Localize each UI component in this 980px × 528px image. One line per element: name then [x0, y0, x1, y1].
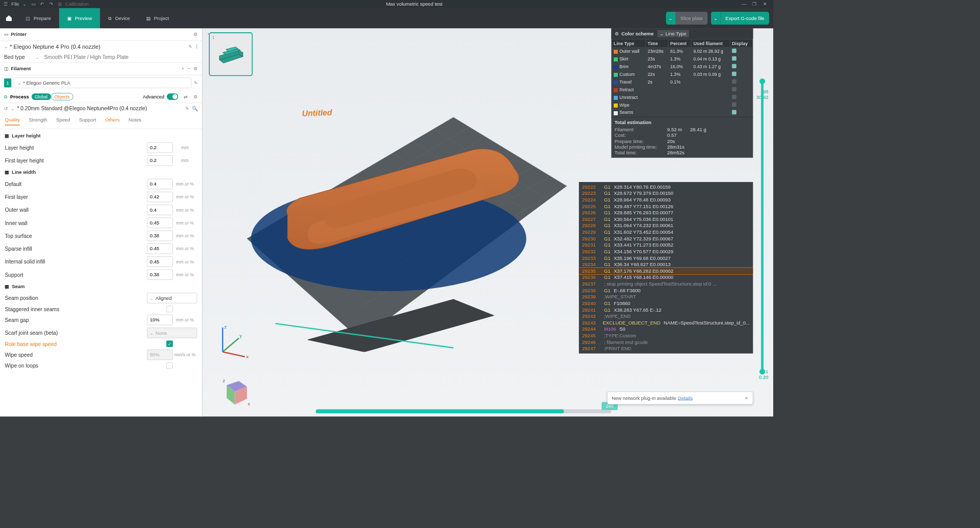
settings-tab-others[interactable]: Others: [105, 117, 120, 126]
legend-row[interactable]: Unretract: [612, 94, 752, 100]
objects-badge[interactable]: Objects: [51, 93, 73, 100]
gcode-line[interactable]: 29230G1 X32.482 Y72.329 E0.00067: [579, 235, 753, 242]
file-menu[interactable]: File: [11, 1, 19, 7]
gcode-line[interactable]: 29229G1 X31.602 Y73.452 E0.00054: [579, 229, 753, 236]
gcode-line[interactable]: 29239;WIPE_START: [579, 294, 753, 300]
edit-icon[interactable]: ✎: [185, 106, 189, 111]
save-icon[interactable]: ▭: [30, 1, 37, 8]
param-input[interactable]: [147, 243, 172, 254]
display-toggle[interactable]: [732, 87, 737, 92]
gcode-line[interactable]: 29242;WIPE_END: [579, 313, 753, 320]
legend-row[interactable]: Retract: [612, 86, 752, 93]
gcode-line[interactable]: 29244M106 S0: [579, 326, 753, 333]
display-toggle[interactable]: [732, 49, 737, 53]
add-icon[interactable]: +: [181, 66, 184, 72]
global-badge[interactable]: Global: [31, 93, 51, 100]
gcode-line[interactable]: 29234G1 X36.34 Y68.827 E0.00013: [579, 261, 753, 268]
edit-icon[interactable]: ✎: [194, 80, 198, 86]
reset-icon[interactable]: ↺: [4, 106, 8, 111]
gcode-line[interactable]: 29227G1 X30.564 Y75.036 E0.00101: [579, 216, 753, 222]
undo-icon[interactable]: ↶: [38, 1, 46, 8]
select[interactable]: ⌄None: [147, 328, 197, 338]
legend-row[interactable]: Brim4m37s16.0%0.43 m 1.27 g: [612, 63, 752, 70]
gcode-line[interactable]: 29245;TYPE:Custom: [579, 333, 753, 339]
home-button[interactable]: [0, 14, 18, 23]
gcode-line[interactable]: 29247;PRINT END: [579, 346, 753, 352]
gcode-line[interactable]: 29231G1 X33.441 Y71.273 E0.00052: [579, 242, 753, 249]
gcode-line[interactable]: 29232G1 X34.156 Y70.577 E0.00029: [579, 248, 753, 255]
param-input[interactable]: [147, 315, 172, 326]
process-preset-select[interactable]: * 0.20mm Standard @Elegoo Neptune4Pro (0…: [17, 106, 183, 112]
settings-tab-support[interactable]: Support: [79, 117, 96, 126]
param-input[interactable]: [147, 192, 172, 202]
gcode-panel[interactable]: 29222G1 X28.314 Y80.76 E0.0015929223G1 X…: [579, 182, 753, 354]
redo-icon[interactable]: ↷: [48, 1, 55, 8]
view-cube[interactable]: z x: [219, 376, 251, 409]
legend-row[interactable]: Skirt23s1.3%0.04 m 0.13 g: [612, 55, 752, 62]
slice-plate-button[interactable]: ⌄Slice plate: [666, 12, 708, 25]
notification-details-link[interactable]: Details: [678, 395, 693, 401]
chevron-down-icon[interactable]: ⌄: [4, 44, 8, 49]
legend-row[interactable]: Travel2s0.1%: [612, 78, 752, 85]
param-input[interactable]: [147, 350, 172, 360]
legend-row[interactable]: Seams: [612, 109, 752, 116]
gcode-line[interactable]: 29228G1 X31.064 Y74.232 E0.00061: [579, 222, 753, 229]
color-scheme-select[interactable]: ⌄ Line Type: [658, 30, 689, 37]
display-toggle[interactable]: [732, 110, 737, 115]
tab-preview[interactable]: ▣Preview: [59, 8, 100, 28]
settings-tab-strength[interactable]: Strength: [29, 117, 47, 126]
legend-row[interactable]: Custom22s1.3%0.03 m 0.09 g: [612, 71, 752, 77]
param-input[interactable]: [147, 231, 172, 241]
settings-tab-speed[interactable]: Speed: [56, 117, 70, 126]
wifi-icon[interactable]: ⧙: [195, 44, 198, 49]
param-input[interactable]: [147, 179, 172, 190]
settings-tab-notes[interactable]: Notes: [128, 117, 141, 126]
filament-color-chip[interactable]: 1: [4, 78, 11, 87]
display-toggle[interactable]: [732, 95, 737, 99]
tab-prepare[interactable]: ◫Prepare: [18, 8, 59, 28]
filament-select[interactable]: ⌄* Elegoo Generic PLA: [14, 77, 191, 88]
gear-icon[interactable]: ⚙: [193, 32, 198, 37]
checkbox[interactable]: [166, 306, 173, 312]
edit-icon[interactable]: ✎: [188, 44, 192, 49]
gcode-line[interactable]: 29224G1 X28.964 Y78.48 E0.00093: [579, 196, 753, 203]
param-input[interactable]: [147, 269, 172, 280]
remove-icon[interactable]: −: [187, 66, 190, 72]
gcode-line[interactable]: 29238G1 E-.68 F3600: [579, 287, 753, 294]
tab-device[interactable]: ⧉Device: [100, 8, 138, 28]
display-toggle[interactable]: [732, 56, 737, 61]
gcode-line[interactable]: 29223G1 X28.672 Y79.379 E0.00150: [579, 190, 753, 197]
viewport[interactable]: « 1 Untitled ELEGOO z x: [203, 28, 773, 416]
param-input[interactable]: [147, 256, 172, 267]
close-icon[interactable]: ✕: [761, 1, 769, 7]
gear-icon[interactable]: ⚙: [615, 31, 619, 36]
search-icon[interactable]: 🔍: [192, 106, 198, 111]
bed-type-select[interactable]: Smooth PEI Plate / High Temp Plate: [40, 54, 198, 60]
build-plate[interactable]: [235, 113, 571, 352]
printer-select[interactable]: * Elegoo Neptune 4 Pro (0.4 nozzle): [8, 43, 185, 50]
plate-thumbnail[interactable]: 1: [209, 32, 252, 76]
menu-icon[interactable]: ☰: [3, 1, 10, 8]
gcode-line[interactable]: 29241G1 X38.283 Y67.65 E-.12: [579, 307, 753, 313]
gear-icon[interactable]: ⚙: [193, 94, 198, 99]
settings-tab-quality[interactable]: Quality: [5, 117, 19, 126]
param-input[interactable]: [147, 143, 172, 153]
gcode-line[interactable]: 29226G1 X29.885 Y76.293 E0.00077: [579, 210, 753, 216]
compare-icon[interactable]: ⇄: [184, 94, 188, 99]
gcode-line[interactable]: 29233G1 X35.196 Y69.68 E0.00027: [579, 255, 753, 261]
horizontal-timeline[interactable]: 240: [316, 409, 611, 413]
maximize-icon[interactable]: ❐: [751, 1, 759, 7]
advanced-toggle[interactable]: [167, 93, 178, 100]
legend-row[interactable]: Outer wall23m28s81.3%9.02 m 26.92 g: [612, 48, 752, 54]
gcode-line[interactable]: 29246; filament end gcode: [579, 339, 753, 346]
dropdown-icon[interactable]: ⌄: [21, 1, 28, 8]
gcode-line[interactable]: 29237; stop printing object SpeedTestStr…: [579, 281, 753, 288]
display-toggle[interactable]: [732, 72, 737, 76]
calibration-menu[interactable]: Calibration: [65, 1, 88, 7]
gcode-line[interactable]: 29243EXCLUDE_OBJECT_END NAME=SpeedTestSt…: [579, 319, 753, 326]
layer-slider[interactable]: 9830.92 10.20: [755, 60, 769, 392]
gear-icon[interactable]: ⚙: [193, 66, 198, 72]
close-icon[interactable]: ✕: [744, 395, 749, 401]
gcode-line[interactable]: 29236G1 X37.415 Y68.146 E0.00000: [579, 274, 753, 281]
legend-row[interactable]: Wipe: [612, 101, 752, 108]
